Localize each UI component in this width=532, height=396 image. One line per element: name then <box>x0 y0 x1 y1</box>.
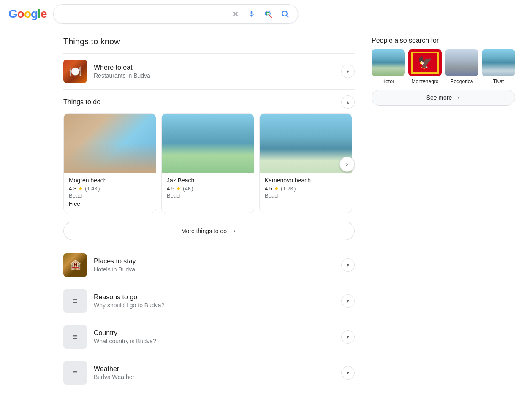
people-also-search-section: People also search for Kotor 🦅 <box>372 37 515 106</box>
accordion-item-where-to-eat[interactable]: 🍽️ Where to eat Restaurants in Budva ▾ <box>63 53 355 89</box>
beach-card-name-jaz: Jaz Beach <box>167 177 249 184</box>
beach-card-type-mogren: Beach <box>69 193 151 199</box>
people-also-search-title: People also search for <box>372 37 515 44</box>
rating-count-kamenovo: (1.2K) <box>281 185 296 192</box>
svg-point-3 <box>266 12 269 15</box>
accordion-subtitle-country: What country is Budva? <box>94 338 334 344</box>
star-icon-jaz: ★ <box>176 185 181 192</box>
rating-value-kamenovo: 4.5 <box>265 185 272 192</box>
related-place-tivat[interactable]: Tivat <box>482 49 515 84</box>
main-content: Things to know 🍽️ Where to eat Restauran… <box>0 28 532 396</box>
microphone-icon <box>248 10 255 18</box>
chevron-down-icon-places: ▾ <box>341 258 355 272</box>
search-input[interactable]: budva <box>60 10 227 18</box>
clear-search-button[interactable] <box>230 8 241 19</box>
chevron-down-icon-country: ▾ <box>341 330 355 344</box>
beach-card-name-mogren: Mogren beach <box>69 177 151 184</box>
podgorica-image <box>445 49 478 76</box>
google-logo: Google <box>8 7 46 21</box>
right-column: People also search for Kotor 🦅 <box>363 37 524 396</box>
podgorica-image-wrap <box>445 49 478 76</box>
accordion-title-country: Country <box>94 329 334 337</box>
hotel-thumbnail: 🏨 <box>63 253 87 277</box>
accordion-title-where-to-eat: Where to eat <box>94 64 334 71</box>
rating-value-mogren: 4.3 <box>69 185 76 192</box>
kotor-image <box>372 49 405 76</box>
tivat-name: Tivat <box>482 79 515 84</box>
beach-card-name-kamenovo: Kamenovo beach <box>265 177 347 184</box>
related-places-grid: Kotor 🦅 Montenegro <box>372 49 515 84</box>
chevron-down-icon: ▾ <box>341 65 355 78</box>
related-place-podgorica[interactable]: Podgorica <box>445 49 478 84</box>
things-to-do-title: Things to do <box>63 98 100 106</box>
accordion-item-best-time[interactable]: ≡ Best time to visit Best time to visit … <box>63 391 355 396</box>
beach-card-body-jaz: Jaz Beach 4.5 ★ (4K) Beach <box>162 173 254 206</box>
star-icon-kamenovo: ★ <box>274 185 279 192</box>
related-place-kotor[interactable]: Kotor <box>372 49 405 84</box>
svg-point-5 <box>282 11 288 16</box>
accordion-item-reasons-to-go[interactable]: ≡ Reasons to go Why should I go to Budva… <box>63 283 355 319</box>
things-to-do-controls: ⋮ ▴ <box>324 95 355 109</box>
beach-card-jaz[interactable]: Jaz Beach 4.5 ★ (4K) Beach <box>161 113 254 213</box>
accordion-text-reasons: Reasons to go Why should I go to Budva? <box>94 293 334 309</box>
beach-cards-list: Mogren beach 4.3 ★ (1.4K) Beach Free <box>63 113 355 215</box>
accordion-subtitle-weather: Budva Weather <box>94 374 334 380</box>
rating-count-jaz: (4K) <box>183 185 193 192</box>
more-things-label: More things to do <box>181 228 227 234</box>
things-to-do-header: Things to do ⋮ ▴ <box>63 89 355 113</box>
country-thumbnail: ≡ <box>63 325 87 349</box>
montenegro-image: 🦅 <box>408 49 442 76</box>
accordion-text-country: Country What country is Budva? <box>94 329 334 344</box>
beach-card-type-jaz: Beach <box>167 193 249 199</box>
lens-search-button[interactable] <box>262 8 274 20</box>
beach-card-rating-kamenovo: 4.5 ★ (1.2K) <box>265 185 347 192</box>
chevron-down-icon-reasons: ▾ <box>341 294 355 308</box>
rating-count-mogren: (1.4K) <box>85 185 100 192</box>
lens-icon <box>264 10 272 18</box>
beach-card-mogren[interactable]: Mogren beach 4.3 ★ (1.4K) Beach Free <box>63 113 156 213</box>
tivat-image-wrap <box>482 49 515 76</box>
food-thumbnail: 🍽️ <box>63 60 87 83</box>
accordion-text-weather: Weather Budva Weather <box>94 365 334 380</box>
collapse-things-to-do-button[interactable]: ▴ <box>341 95 355 109</box>
left-column: Things to know 🍽️ Where to eat Restauran… <box>0 37 363 396</box>
svg-line-6 <box>287 16 289 18</box>
accordion-title-reasons: Reasons to go <box>94 293 334 301</box>
beach-card-kamenovo[interactable]: Kamenovo beach 4.5 ★ (1.2K) Beach <box>259 113 352 213</box>
accordion-subtitle-where-to-eat: Restaurants in Budva <box>94 72 334 79</box>
beach-card-body-mogren: Mogren beach 4.3 ★ (1.4K) Beach Free <box>64 173 156 213</box>
more-options-button[interactable]: ⋮ <box>324 95 338 109</box>
scroll-next-button[interactable]: › <box>339 157 355 172</box>
tivat-image <box>482 49 515 76</box>
more-things-to-do-button[interactable]: More things to do → <box>63 222 355 240</box>
beach-card-type-kamenovo: Beach <box>265 193 347 199</box>
accordion-item-places-to-stay[interactable]: 🏨 Places to stay Hotels in Budva ▾ <box>63 247 355 283</box>
see-more-button[interactable]: See more → <box>372 90 515 106</box>
beach-card-rating-jaz: 4.5 ★ (4K) <box>167 185 249 192</box>
accordion-text: Where to eat Restaurants in Budva <box>94 64 334 79</box>
chevron-down-icon-weather: ▾ <box>341 366 355 380</box>
montenegro-image-wrap: 🦅 <box>408 49 442 76</box>
see-more-label: See more <box>426 94 452 101</box>
jaz-beach-image <box>162 114 254 173</box>
weather-thumbnail: ≡ <box>63 361 87 385</box>
google-search-button[interactable] <box>279 8 291 20</box>
search-icon <box>281 10 289 18</box>
accordion-item-country[interactable]: ≡ Country What country is Budva? ▾ <box>63 319 355 355</box>
accordion-subtitle-places-to-stay: Hotels in Budva <box>94 266 334 273</box>
eagle-icon: 🦅 <box>418 56 432 70</box>
beach-card-price-mogren: Free <box>69 201 151 207</box>
accordion-item-weather[interactable]: ≡ Weather Budva Weather ▾ <box>63 355 355 391</box>
montenegro-flag-inner: 🦅 <box>411 52 439 74</box>
things-to-know-title: Things to know <box>63 37 355 46</box>
reasons-thumbnail: ≡ <box>63 289 87 313</box>
podgorica-name: Podgorica <box>445 79 478 84</box>
search-icon-group <box>230 8 291 20</box>
voice-search-button[interactable] <box>246 8 257 19</box>
related-place-montenegro[interactable]: 🦅 Montenegro <box>408 49 442 84</box>
kamenovo-beach-image <box>260 114 352 173</box>
beach-card-body-kamenovo: Kamenovo beach 4.5 ★ (1.2K) Beach <box>260 173 352 206</box>
close-icon <box>232 10 239 18</box>
mogren-beach-image <box>64 114 156 173</box>
see-more-arrow: → <box>454 94 460 101</box>
